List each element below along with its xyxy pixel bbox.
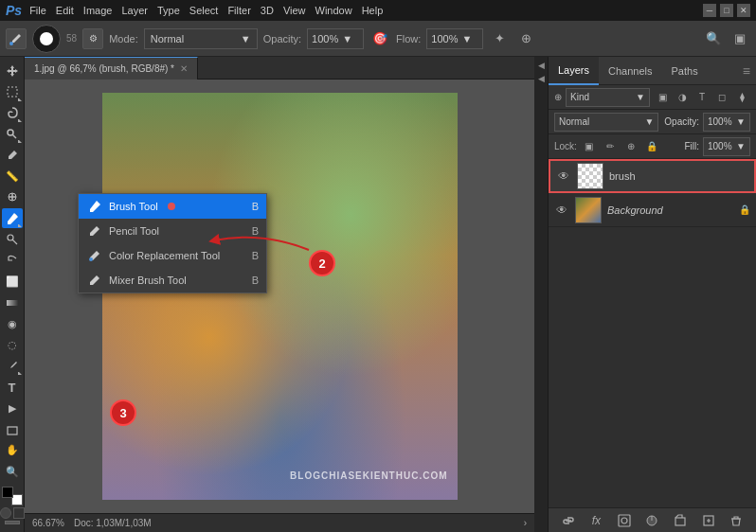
fill-row: Fill: 100% ▼ xyxy=(684,137,750,156)
gradient-tool[interactable] xyxy=(2,293,23,312)
smart-filter-icon[interactable]: ⧫ xyxy=(733,89,750,106)
tab-paths[interactable]: Paths xyxy=(662,57,708,85)
maximize-button[interactable]: □ xyxy=(720,4,733,17)
lock-all-icon[interactable]: ⊕ xyxy=(622,138,639,155)
kind-dropdown[interactable]: Kind ▼ xyxy=(566,88,650,107)
shape-filter-icon[interactable]: ◻ xyxy=(713,89,730,106)
titlebar-left: Ps File Edit Image Layer Type Select Fil… xyxy=(6,3,383,18)
mixer-brush-tool-label: Mixer Brush Tool xyxy=(109,275,187,286)
menu-view[interactable]: View xyxy=(283,5,306,16)
history-brush-tool[interactable] xyxy=(2,251,23,271)
menu-select[interactable]: Select xyxy=(189,5,219,16)
brush-size-preview[interactable] xyxy=(32,25,61,53)
path-select-tool[interactable]: ▶ xyxy=(2,399,23,418)
layers-panel-menu-icon[interactable]: ≡ xyxy=(743,63,756,79)
flow-dropdown[interactable]: 100% ▼ xyxy=(426,28,483,49)
minimize-button[interactable]: ─ xyxy=(703,4,716,17)
shape-tool[interactable] xyxy=(2,419,23,439)
pencil-tool-icon xyxy=(86,222,103,239)
canvas-area: 1.jpg @ 66,7% (brush, RGB/8#) * ✕ BLOGCH… xyxy=(25,57,534,532)
lasso-tool[interactable] xyxy=(2,103,23,123)
opacity-icon[interactable]: 🎯 xyxy=(369,28,390,49)
quick-mask-button[interactable] xyxy=(0,507,11,519)
nav-arrow[interactable]: › xyxy=(524,518,527,528)
menu-bar[interactable]: File Edit Image Layer Type Select Filter… xyxy=(29,5,383,16)
spot-heal-tool[interactable] xyxy=(2,187,23,207)
foreground-color[interactable] xyxy=(2,487,13,498)
clone-stamp-tool[interactable] xyxy=(2,229,23,249)
layer-item-brush[interactable]: 👁 brush 1 xyxy=(549,159,756,193)
eraser-tool[interactable]: ⬜ xyxy=(2,272,23,292)
pressure-icon[interactable]: ⊕ xyxy=(515,28,536,49)
lock-artboard-icon[interactable]: 🔒 xyxy=(643,138,660,155)
dodge-tool[interactable]: ◌ xyxy=(2,335,23,355)
move-tool[interactable] xyxy=(2,61,23,80)
color-swatches[interactable] xyxy=(2,487,23,505)
close-button[interactable]: ✕ xyxy=(737,4,750,17)
marquee-tool[interactable] xyxy=(2,81,23,101)
adjustment-layer-icon[interactable] xyxy=(642,511,661,530)
eyedropper-tool[interactable] xyxy=(2,145,23,165)
menu-layer[interactable]: Layer xyxy=(121,5,148,16)
pixel-filter-icon[interactable]: ▣ xyxy=(654,89,671,106)
pencil-tool-option[interactable]: Pencil Tool B xyxy=(79,219,266,243)
airbrush-icon[interactable]: ✦ xyxy=(489,28,510,49)
brush-tool-button[interactable] xyxy=(6,28,27,49)
mode-dropdown[interactable]: Normal ▼ xyxy=(144,28,258,49)
menu-window[interactable]: Window xyxy=(315,5,352,16)
ruler-tool[interactable]: 📏 xyxy=(2,166,23,186)
opacity-dropdown[interactable]: 100% ▼ xyxy=(307,28,364,49)
opacity-value-field[interactable]: 100% ▼ xyxy=(703,113,750,132)
hand-tool[interactable]: ✋ xyxy=(2,440,23,460)
menu-type[interactable]: Type xyxy=(157,5,180,16)
zoom-tool[interactable]: 🔍 xyxy=(2,462,23,482)
menu-3d[interactable]: 3D xyxy=(261,5,274,16)
new-group-icon[interactable] xyxy=(671,511,690,530)
mixer-brush-shortcut: B xyxy=(252,275,259,286)
layer-visibility-brush[interactable]: 👁 xyxy=(556,168,571,184)
delete-layer-icon[interactable] xyxy=(727,511,746,530)
lock-pixels-icon[interactable]: ▣ xyxy=(581,138,598,155)
standard-mode-button[interactable] xyxy=(13,507,25,519)
menu-file[interactable]: File xyxy=(29,5,46,16)
link-layers-icon[interactable] xyxy=(559,511,578,530)
menu-help[interactable]: Help xyxy=(362,5,384,16)
svg-rect-8 xyxy=(619,515,630,526)
brush-tool[interactable] xyxy=(2,208,23,228)
search-icon[interactable]: 🔍 xyxy=(703,28,724,49)
layer-visibility-bg[interactable]: 👁 xyxy=(554,203,569,218)
blur-tool[interactable]: ◉ xyxy=(2,314,23,334)
mode-dropdown-arrow: ▼ xyxy=(241,33,251,44)
menu-filter[interactable]: Filter xyxy=(227,5,250,16)
tab-layers[interactable]: Layers xyxy=(549,57,599,85)
text-filter-icon[interactable]: T xyxy=(693,89,711,106)
canvas-tab-close[interactable]: ✕ xyxy=(180,63,188,74)
window-controls[interactable]: ─ □ ✕ xyxy=(703,4,750,17)
panel-toggle-icon[interactable]: ▣ xyxy=(729,28,750,49)
tab-channels[interactable]: Channels xyxy=(599,57,661,85)
menu-edit[interactable]: Edit xyxy=(56,5,74,16)
new-layer-icon[interactable] xyxy=(699,511,718,530)
blend-mode-dropdown[interactable]: Normal ▼ xyxy=(554,113,658,132)
pencil-tool-shortcut: B xyxy=(252,225,259,237)
add-mask-icon[interactable] xyxy=(615,511,634,530)
adjustment-filter-icon[interactable]: ◑ xyxy=(674,89,691,106)
panel-collapse-button[interactable]: ◀ ◀ xyxy=(534,57,548,532)
canvas-viewport[interactable]: BLOGCHIASEKIENTHUC.COM Brush Tool B Penc xyxy=(25,80,534,513)
brush-tool-option[interactable]: Brush Tool B xyxy=(79,194,266,219)
layer-item-background[interactable]: 👁 Background 🔒 xyxy=(549,193,756,227)
screen-mode-button[interactable] xyxy=(5,521,20,524)
mixer-brush-tool-option[interactable]: Mixer Brush Tool B xyxy=(79,268,266,293)
collapse-icon2: ◀ xyxy=(538,74,545,83)
pen-tool[interactable] xyxy=(2,356,23,376)
text-tool[interactable]: T xyxy=(2,377,23,397)
quick-select-tool[interactable] xyxy=(2,124,23,144)
menu-image[interactable]: Image xyxy=(83,5,113,16)
canvas-tab-main[interactable]: 1.jpg @ 66,7% (brush, RGB/8#) * ✕ xyxy=(25,57,198,80)
lock-position-icon[interactable]: ✏ xyxy=(602,138,619,155)
fx-icon[interactable]: fx xyxy=(586,511,605,530)
brush-settings-icon[interactable]: ⚙ xyxy=(82,28,103,49)
brush-tool-shortcut: B xyxy=(252,201,259,212)
color-replace-tool-option[interactable]: Color Replacement Tool B xyxy=(79,243,266,268)
fill-value-field[interactable]: 100% ▼ xyxy=(703,137,750,156)
